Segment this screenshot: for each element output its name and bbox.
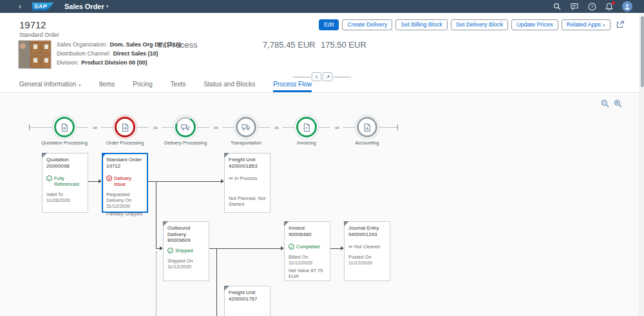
lane-node-quotation-processing[interactable]: [53, 116, 75, 138]
card-fold: [163, 221, 168, 226]
tab-process-flow[interactable]: Process Flow: [273, 81, 312, 92]
collapse-header-button[interactable]: ∧: [312, 72, 321, 81]
zoom-out-icon[interactable]: [601, 99, 611, 110]
tax-amount: 175.50 EUR: [321, 40, 366, 50]
facet-label: Sales Organization:: [57, 41, 108, 48]
chevrons-icon: ›››: [348, 244, 352, 250]
header-actions: Edit Create Delivery Set Billing Block S…: [319, 19, 625, 30]
help-icon[interactable]: ?: [587, 2, 596, 11]
connector-line-dotted: [156, 252, 156, 316]
tab-bar: General Information∨ Items Pricing Texts…: [0, 82, 644, 93]
flow-chevrons-icon: ›››: [330, 124, 343, 131]
chevrons-icon: ›››: [229, 175, 232, 181]
card-title: Standard Order 19712: [106, 157, 144, 169]
pin-header-button[interactable]: [323, 72, 332, 81]
card-status: ✓Shipped: [167, 248, 205, 253]
header-collapse-control: ∧: [293, 72, 351, 81]
lane-label: Invoicing: [278, 140, 336, 146]
tab-items[interactable]: Items: [99, 81, 115, 92]
flow-chevrons-icon: ›››: [270, 124, 283, 131]
facet-label: Distribution Channel:: [57, 50, 111, 57]
search-icon[interactable]: [553, 2, 562, 11]
avatar[interactable]: [622, 1, 632, 12]
card-title: Journal Entry 9400001243: [348, 225, 386, 237]
flow-card-freight-unit-1853[interactable]: Freight Unit 4200001853 ›››In Process No…: [224, 153, 270, 213]
flow-card-standard-order[interactable]: Standard Order 19712 ✕Delivery Issue Req…: [102, 153, 148, 213]
related-apps-label: Related Apps: [567, 21, 601, 28]
overall-status: In Process: [158, 40, 197, 50]
check-circle-icon: ✓: [46, 175, 52, 181]
tab-texts[interactable]: Texts: [171, 81, 185, 92]
connector-line: [209, 248, 281, 249]
scrollbar-thumb[interactable]: [641, 16, 644, 87]
connector-line: [88, 181, 99, 182]
card-fold: [224, 153, 229, 158]
lane-node-order-processing[interactable]: [114, 116, 136, 138]
card-status: ›››Not Cleared: [348, 244, 386, 250]
connector-line: [216, 248, 217, 316]
flow-card-journal-entry[interactable]: Journal Entry 9400001243 ›››Not Cleared …: [344, 221, 390, 281]
card-fold: [224, 286, 229, 291]
set-billing-block-button[interactable]: Set Billing Block: [395, 19, 448, 30]
open-in-new-icon[interactable]: [616, 21, 625, 29]
lane-start-terminator: [29, 124, 30, 130]
flow-chevrons-icon: ›››: [209, 124, 222, 131]
lane-label: Order Processing: [96, 140, 154, 146]
card-title: Freight Unit 4200001757: [229, 290, 266, 302]
card-detail: Partially Shipped: [106, 211, 144, 217]
create-delivery-button[interactable]: Create Delivery: [342, 19, 392, 30]
sales-order-app: ‹ SAP Sales Order ▾ ? 19712 Standard: [0, 0, 644, 316]
tab-status-and-blocks[interactable]: Status and Blocks: [204, 81, 255, 92]
card-title: Invoice 90006480: [289, 225, 326, 237]
notifications-bell-icon[interactable]: [605, 2, 614, 11]
card-detail: Shipped On 11/12/2020: [167, 258, 205, 270]
card-detail: Not Planned, Not Started: [229, 195, 266, 207]
tab-general-information[interactable]: General Information∨: [19, 81, 81, 92]
lane-node-transportation[interactable]: [235, 116, 257, 138]
lane-end-terminator: [397, 124, 398, 130]
update-prices-button[interactable]: Update Prices: [511, 19, 558, 30]
tab-pricing[interactable]: Pricing: [133, 81, 153, 92]
lane-label: Transportation: [217, 140, 275, 146]
connector-line: [148, 181, 221, 182]
app-title-caret-icon[interactable]: ▾: [106, 4, 109, 9]
chevron-down-icon: ∨: [78, 83, 80, 87]
shell-bar: ‹ SAP Sales Order ▾ ?: [0, 0, 644, 13]
check-circle-icon: ✓: [167, 248, 173, 253]
card-fold: [102, 153, 107, 158]
error-circle-icon: ✕: [106, 175, 112, 181]
related-apps-button[interactable]: Related Apps ∨: [562, 19, 611, 30]
scrollbar[interactable]: [639, 13, 644, 316]
card-fold: [344, 221, 349, 226]
card-detail: Net Value 87.75 EUR: [289, 268, 326, 279]
sap-logo: SAP: [32, 3, 54, 11]
tab-label: General Information: [19, 81, 76, 88]
card-status: ✓Fully Referenced: [46, 175, 84, 187]
flow-card-quotation[interactable]: Quotation 20000098 ✓Fully Referenced Val…: [42, 153, 88, 213]
card-detail: Valid To 11/26/2020: [46, 192, 84, 203]
card-title: Freight Unit 4200001853: [229, 157, 266, 169]
card-detail: Posted On 11/12/2020: [348, 254, 386, 266]
chat-icon[interactable]: [570, 2, 579, 11]
object-page-header: 19712 Standard Order Edit Create Deliver…: [0, 13, 644, 82]
edit-button[interactable]: Edit: [319, 19, 339, 30]
facet-row: Division:Product Division 00 (00): [57, 58, 181, 67]
shell-app-title[interactable]: Sales Order: [64, 3, 104, 10]
shell-actions: ?: [553, 1, 632, 12]
set-delivery-block-button[interactable]: Set Delivery Block: [451, 19, 508, 30]
page-title: 19712: [19, 19, 46, 30]
zoom-in-icon[interactable]: [614, 99, 624, 110]
connector-line: [156, 181, 156, 248]
flow-card-freight-unit-1757[interactable]: Freight Unit 4200001757: [224, 286, 270, 316]
page-subtitle: Standard Order: [19, 32, 59, 38]
flow-chevrons-icon: ›››: [149, 124, 162, 131]
card-title: Outbound Delivery 80009609: [167, 225, 205, 244]
lane-node-invoicing[interactable]: [296, 116, 317, 138]
flow-card-invoice[interactable]: Invoice 90006480 ✓Completed Billed On 11…: [284, 221, 330, 281]
flow-card-outbound-delivery[interactable]: Outbound Delivery 80009609 ✓Shipped Ship…: [163, 221, 209, 281]
lane-node-accounting[interactable]: [356, 116, 378, 138]
back-button[interactable]: ‹: [15, 0, 24, 13]
order-thumbnail-image: [18, 40, 52, 69]
lane-node-delivery-processing[interactable]: [175, 116, 196, 138]
card-fold: [284, 221, 289, 226]
